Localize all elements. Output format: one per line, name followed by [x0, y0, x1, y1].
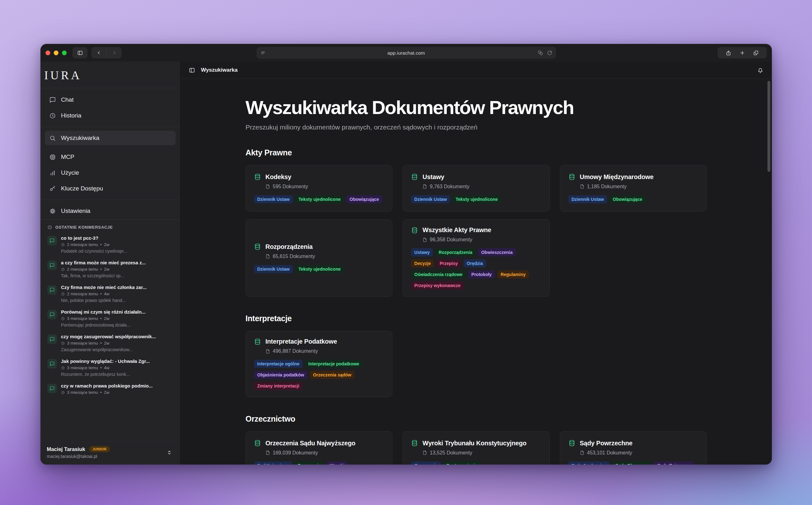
chat-bubble-icon: [47, 310, 57, 319]
close-button[interactable]: [45, 50, 50, 55]
card-title: Rozporządzenia: [265, 243, 312, 250]
collection-card[interactable]: Wszystkie Akty Prawne96,358 DokumentyUst…: [403, 219, 549, 297]
sidebar-item-klucze-dostepu[interactable]: Klucze Dostępu: [45, 181, 176, 196]
tag: Obowiązujące: [610, 195, 645, 203]
back-button[interactable]: [91, 47, 107, 58]
collection-card[interactable]: Wyroki Trybunału Konstytucyjnego13,525 D…: [403, 431, 549, 465]
collection-card[interactable]: Orzeczenia Sądu Najwyższego169,039 Dokum…: [246, 431, 392, 465]
tag: Teksty ujednolicone: [452, 195, 501, 203]
scrollbar-thumb[interactable]: [768, 81, 770, 172]
conversation-age: 2w: [104, 316, 109, 321]
card-tags: Interpretacje ogólneInterpretacje podatk…: [254, 360, 384, 390]
sidebar-item-historia[interactable]: Historia: [45, 108, 176, 123]
collection-card[interactable]: Umowy Międzynarodowe1,185 DokumentyDzien…: [560, 165, 707, 212]
database-icon: [411, 440, 418, 447]
conversation-item[interactable]: czy w ramach prawa polskiego podmio...3 …: [44, 380, 176, 398]
page-title: Wyszukiwarka Dokumentów Prawnych: [246, 97, 707, 119]
card-header: Wyroki Trybunału Konstytucyjnego: [411, 440, 541, 447]
document-icon: [422, 237, 427, 242]
tag: Sąd Najwyższy: [254, 462, 292, 465]
reload-icon[interactable]: [547, 50, 552, 55]
conversation-preview: Porównując jednoosobową działa...: [61, 322, 173, 328]
conversation-age: 2w: [104, 242, 109, 247]
app-header: Wyszukiwarka: [180, 61, 772, 79]
tag: Protokoły: [468, 270, 495, 279]
tag: Teksty ujednolicone: [295, 195, 344, 203]
conversation-age: 4w: [104, 292, 109, 296]
tag: Oświadczenia rządowe: [411, 270, 466, 279]
document-icon: [265, 349, 270, 354]
search-icon: [49, 135, 56, 142]
tag: Sądy Apelacyjne: [568, 462, 610, 465]
conversation-item[interactable]: czy mogę zasugerować współpracownik...3 …: [44, 331, 176, 355]
chip-icon: [49, 154, 56, 160]
tab-overview-icon[interactable]: [753, 50, 759, 56]
conversation-body: czy mogę zasugerować współpracownik...3 …: [61, 334, 173, 352]
collection-card[interactable]: Rozporządzenia65,615 DokumentyDziennik U…: [246, 219, 392, 297]
chat-bubble-icon: [49, 287, 55, 293]
sidebar-item-chat[interactable]: Chat: [45, 93, 176, 107]
sidebar-item-label: Wyszukiwarka: [61, 135, 99, 142]
chat-bubble-icon: [49, 386, 55, 391]
collection-card[interactable]: Kodeksy595 DokumentyDziennik UstawTeksty…: [246, 165, 392, 212]
cards-grid: Orzeczenia Sądu Najwyższego169,039 Dokum…: [246, 431, 707, 465]
conversation-item[interactable]: Jak powinny wyglądać: - Uchwała Zgr...3 …: [44, 355, 176, 380]
sidebar-toggle-icon[interactable]: [188, 67, 195, 73]
minimize-button[interactable]: [54, 50, 58, 55]
conversation-meta: 3 miesiące temu•2w: [61, 390, 173, 395]
document-count: 96,358 Dokumenty: [422, 237, 541, 242]
translate-icon[interactable]: [538, 50, 543, 55]
user-info: Maciej Tarasiuk JUNIOR maciej.tarasiuk@t…: [47, 446, 166, 459]
tag: Rozporządzenia: [435, 248, 476, 257]
divider: [40, 200, 180, 200]
conversation-time: 2 miesiące temu: [67, 267, 98, 272]
browser-sidebar-toggle-button[interactable]: [73, 47, 88, 58]
collection-card[interactable]: Ustawy9,763 DokumentyDziennik UstawTekst…: [403, 165, 549, 212]
forward-button[interactable]: [107, 47, 122, 58]
conversation-item[interactable]: Czy firma może nie mieć członka zar...2 …: [44, 282, 176, 306]
user-menu[interactable]: Maciej Tarasiuk JUNIOR maciej.tarasiuk@t…: [40, 441, 180, 465]
collections-sections: Akty PrawneKodeksy595 DokumentyDziennik …: [246, 148, 707, 465]
sidebar-item-ustawienia[interactable]: Ustawienia: [45, 204, 176, 218]
conversation-item[interactable]: Porównaj mi czym się różni działaln...3 …: [44, 306, 176, 331]
browser-window: app.iurachat.com IURA ChatHistoriaWyszuk…: [40, 44, 772, 465]
notifications-bell-icon[interactable]: [757, 67, 764, 73]
sidebar-item-wyszukiwarka[interactable]: Wyszukiwarka: [45, 131, 176, 145]
chat-bubble-icon: [47, 334, 57, 344]
app-logo: IURA: [40, 61, 180, 88]
chat-bubble-icon: [49, 312, 55, 317]
conversation-item[interactable]: a czy firma może nie mieć prezesa z...2 …: [44, 257, 176, 282]
sidebar-item-mcp[interactable]: MCP: [45, 150, 176, 164]
page-settings-icon[interactable]: [260, 50, 266, 55]
database-icon: [568, 440, 575, 447]
collection-card[interactable]: Interpretacje Podatkowe496,887 Dokumenty…: [246, 331, 392, 397]
separator-dot: •: [100, 292, 102, 296]
document-count: 9,763 Dokumenty: [422, 184, 541, 189]
new-tab-icon[interactable]: [739, 50, 745, 56]
database-icon: [411, 173, 418, 180]
page-subtitle: Przeszukuj miliony dokumentów prawnych, …: [246, 124, 707, 131]
tag: Dziennik Ustaw: [254, 195, 293, 203]
chat-bubble-icon: [47, 236, 57, 245]
card-header: Interpretacje Podatkowe: [254, 338, 384, 345]
share-icon[interactable]: [725, 50, 731, 56]
collection-card[interactable]: Sądy Powrzechne453,101 DokumentySądy Ape…: [560, 431, 707, 465]
conversation-time: 3 miesiące temu: [67, 341, 98, 345]
zoom-button[interactable]: [62, 50, 67, 55]
document-count: 453,101 Dokumenty: [580, 450, 698, 456]
chevron-up-down-icon[interactable]: [166, 450, 172, 456]
tag: Przepisy wykonawcze: [411, 282, 463, 290]
document-count-value: 9,763 Dokumenty: [430, 184, 469, 189]
document-count: 1,185 Dokumenty: [580, 184, 698, 189]
tag: Teksty ujednolicone: [295, 265, 344, 273]
conversation-preview: Podatek od czynności cywilnopr...: [61, 248, 173, 254]
recent-conversations-header: OSTATNIE KONWERSACJE: [40, 220, 180, 232]
recent-conversations-label: OSTATNIE KONWERSACJE: [55, 225, 113, 229]
conversation-body: co to jest pcc-3?2 miesiące temu•2wPodat…: [61, 235, 173, 254]
sidebar-nav: ChatHistoriaWyszukiwarkaMCPUżycieKlucze …: [40, 88, 180, 219]
user-email: maciej.tarasiuk@takoai.pl: [47, 454, 166, 459]
conversation-title: co to jest pcc-3?: [61, 235, 173, 241]
sidebar-item-uzycie[interactable]: Użycie: [45, 165, 176, 180]
conversation-item[interactable]: co to jest pcc-3?2 miesiące temu•2wPodat…: [44, 232, 176, 257]
address-bar[interactable]: app.iurachat.com: [257, 47, 556, 59]
